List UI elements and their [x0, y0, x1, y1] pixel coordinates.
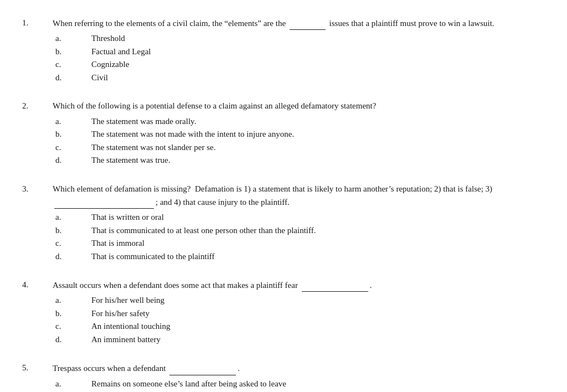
option-text: The statement was made orally.: [91, 115, 545, 128]
question-1-content: When referring to the elements of a civi…: [53, 17, 545, 84]
question-4-option-d: d. An imminent battery: [53, 333, 545, 346]
option-text: An intentional touching: [91, 320, 545, 333]
question-3-text: Which element of defamation is missing? …: [53, 183, 545, 209]
question-3-content: Which element of defamation is missing? …: [53, 183, 545, 264]
question-3-option-b: b. That is communicated to at least one …: [53, 224, 545, 237]
question-3-option-c: c. That is immoral: [53, 237, 545, 250]
question-5-content: Trespass occurs when a defendant . a. Re…: [53, 362, 545, 392]
question-4-option-a: a. For his/her well being: [53, 294, 545, 307]
question-2-option-c: c. The statement was not slander per se.: [53, 141, 545, 154]
option-text: An imminent battery: [91, 333, 545, 346]
question-4-blank: [302, 278, 368, 292]
question-2-option-b: b. The statement was not made with the i…: [53, 128, 545, 141]
question-4-number: 4.: [22, 278, 53, 346]
question-4-option-b: b. For his/her safety: [53, 307, 545, 320]
option-text: Factual and Legal: [91, 45, 545, 58]
option-text: The statement was not made with the inte…: [91, 128, 545, 141]
option-letter: d.: [53, 333, 91, 346]
option-letter: b.: [53, 307, 91, 320]
question-3: 3. Which element of defamation is missin…: [22, 183, 545, 264]
question-1-option-c: c. Cognizable: [53, 58, 545, 71]
option-letter: b.: [53, 224, 91, 237]
option-text: The statement was true.: [91, 154, 545, 167]
question-1-number: 1.: [22, 17, 53, 84]
option-text: Threshold: [91, 32, 545, 45]
question-2-number: 2.: [22, 100, 53, 167]
option-text: That is communicated to the plaintiff: [91, 250, 545, 263]
question-1: 1. When referring to the elements of a c…: [22, 17, 545, 84]
question-2-option-d: d. The statement was true.: [53, 154, 545, 167]
question-3-option-d: d. That is communicated to the plaintiff: [53, 250, 545, 263]
option-text: Remains on someone else’s land after bei…: [91, 378, 545, 390]
option-letter: c.: [53, 141, 91, 154]
question-5-number: 5.: [22, 362, 53, 392]
question-4-option-c: c. An intentional touching: [53, 320, 545, 333]
question-5-text: Trespass occurs when a defendant .: [53, 362, 545, 375]
question-5-blank: [169, 362, 236, 375]
question-5-options: a. Remains on someone else’s land after …: [53, 378, 545, 393]
option-text: The statement was not slander per se.: [91, 141, 545, 154]
option-letter: b.: [53, 45, 91, 58]
question-1-text: When referring to the elements of a civi…: [53, 17, 545, 30]
option-letter: b.: [53, 128, 91, 141]
question-4-options: a. For his/her well being b. For his/her…: [53, 294, 545, 345]
option-text: For his/her well being: [91, 294, 545, 307]
option-letter: a.: [53, 211, 91, 224]
question-2: 2. Which of the following is a potential…: [22, 100, 545, 167]
option-letter: c.: [53, 58, 91, 71]
question-5-option-a: a. Remains on someone else’s land after …: [53, 378, 545, 390]
question-5: 5. Trespass occurs when a defendant . a.…: [22, 362, 545, 392]
option-text: That is immoral: [91, 237, 545, 250]
option-letter: a.: [53, 32, 91, 45]
option-text: That is written or oral: [91, 211, 545, 224]
option-letter: a.: [53, 294, 91, 307]
question-1-options: a. Threshold b. Factual and Legal c. Cog…: [53, 32, 545, 84]
question-2-options: a. The statement was made orally. b. The…: [53, 115, 545, 167]
question-2-option-a: a. The statement was made orally.: [53, 115, 545, 128]
option-text: That is communicated to at least one per…: [91, 224, 545, 237]
question-4-content: Assault occurs when a defendant does som…: [53, 278, 545, 346]
question-2-content: Which of the following is a potential de…: [53, 100, 545, 167]
question-4-text: Assault occurs when a defendant does som…: [53, 278, 545, 292]
option-letter: a.: [53, 378, 91, 390]
question-1-blank: [290, 17, 326, 30]
option-text: Civil: [91, 71, 545, 84]
option-text: For his/her safety: [91, 307, 545, 320]
option-letter: d.: [53, 250, 91, 263]
option-letter: d.: [53, 154, 91, 167]
option-letter: c.: [53, 237, 91, 250]
option-letter: c.: [53, 320, 91, 333]
question-1-option-a: a. Threshold: [53, 32, 545, 45]
option-text: Cognizable: [91, 58, 545, 71]
question-4: 4. Assault occurs when a defendant does …: [22, 278, 545, 346]
question-3-option-a: a. That is written or oral: [53, 211, 545, 224]
question-1-option-b: b. Factual and Legal: [53, 45, 545, 58]
option-letter: d.: [53, 71, 91, 84]
option-letter: a.: [53, 115, 91, 128]
question-1-option-d: d. Civil: [53, 71, 545, 84]
question-3-options: a. That is written or oral b. That is co…: [53, 211, 545, 262]
question-2-text: Which of the following is a potential de…: [53, 100, 545, 112]
question-3-blank: [54, 195, 154, 209]
question-3-number: 3.: [22, 183, 53, 264]
